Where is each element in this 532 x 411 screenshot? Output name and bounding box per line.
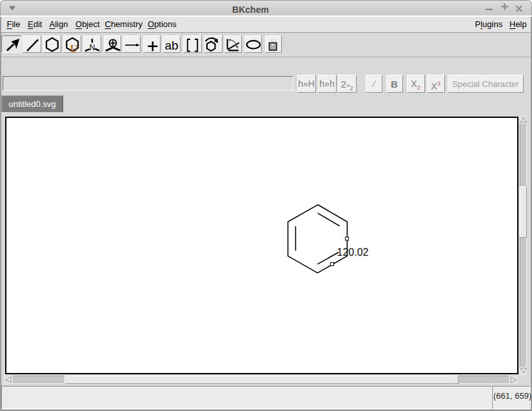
svg-text:120.02: 120.02 — [337, 247, 369, 258]
